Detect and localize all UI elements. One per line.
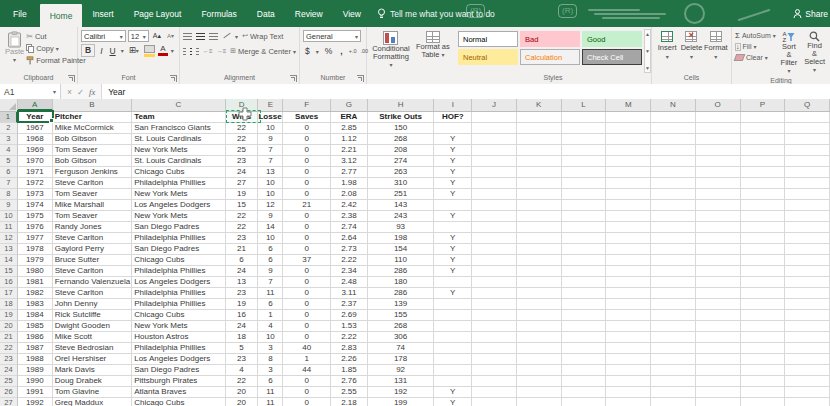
- cell-I11[interactable]: [434, 222, 472, 233]
- cell-I9[interactable]: [434, 200, 472, 211]
- cell-D2[interactable]: 22: [226, 123, 259, 134]
- cell-Q4[interactable]: [785, 145, 830, 156]
- cell-H16[interactable]: 180: [368, 277, 435, 288]
- cell-A5[interactable]: 1970: [18, 156, 53, 167]
- row-header-17[interactable]: 17: [0, 288, 18, 299]
- cell-L25[interactable]: [562, 376, 607, 387]
- cell-O13[interactable]: [696, 244, 741, 255]
- cell-P8[interactable]: [741, 189, 786, 200]
- cell-H12[interactable]: 198: [368, 233, 435, 244]
- column-header-M[interactable]: M: [606, 99, 651, 111]
- cell-J13[interactable]: [472, 244, 517, 255]
- cell-C23[interactable]: Los Angeles Dodgers: [132, 354, 225, 365]
- cell-H9[interactable]: 143: [368, 200, 435, 211]
- cell-N4[interactable]: [651, 145, 696, 156]
- row-header-26[interactable]: 26: [0, 387, 18, 398]
- wrap-text-button[interactable]: ↩ Wrap Text: [242, 30, 283, 42]
- cell-N20[interactable]: [651, 321, 696, 332]
- row-header-6[interactable]: 6: [0, 167, 18, 178]
- cell-C10[interactable]: New York Mets: [132, 211, 225, 222]
- cell-A25[interactable]: 1990: [18, 376, 53, 387]
- cell-F9[interactable]: 21: [283, 200, 331, 211]
- cell-H4[interactable]: 208: [368, 145, 435, 156]
- cell-K9[interactable]: [517, 200, 562, 211]
- cell-Q12[interactable]: [785, 233, 830, 244]
- cell-F12[interactable]: 0: [283, 233, 331, 244]
- paste-button[interactable]: Paste ▾: [3, 30, 26, 73]
- cell-L7[interactable]: [562, 178, 607, 189]
- cell-H18[interactable]: 139: [368, 299, 435, 310]
- row-header-19[interactable]: 19: [0, 310, 18, 321]
- cell-N1[interactable]: [651, 112, 696, 123]
- cell-D14[interactable]: 6: [226, 255, 259, 266]
- cell-D19[interactable]: 16: [226, 310, 259, 321]
- cell-G10[interactable]: 2.38: [331, 211, 368, 222]
- number-dialog-launcher[interactable]: [357, 75, 364, 82]
- column-header-L[interactable]: L: [562, 99, 607, 111]
- align-center-icon[interactable]: [190, 48, 193, 55]
- cell-D16[interactable]: 13: [226, 277, 259, 288]
- cell-A16[interactable]: 1981: [18, 277, 53, 288]
- cell-I1[interactable]: HOF?: [434, 112, 472, 123]
- cell-B18[interactable]: John Denny: [53, 299, 133, 310]
- cell-Q14[interactable]: [785, 255, 830, 266]
- cell-F5[interactable]: 0: [283, 156, 331, 167]
- row-header-10[interactable]: 10: [0, 211, 18, 222]
- cell-Q19[interactable]: [785, 310, 830, 321]
- cell-P9[interactable]: [741, 200, 786, 211]
- cell-L15[interactable]: [562, 266, 607, 277]
- cell-E25[interactable]: 6: [258, 376, 283, 387]
- cell-L6[interactable]: [562, 167, 607, 178]
- cell-H3[interactable]: 268: [368, 134, 435, 145]
- cell-B23[interactable]: Orel Hershiser: [53, 354, 133, 365]
- cut-button[interactable]: ✂ Cut: [26, 30, 86, 42]
- cell-A26[interactable]: 1991: [18, 387, 53, 398]
- cell-D13[interactable]: 21: [226, 244, 259, 255]
- cell-D25[interactable]: 22: [226, 376, 259, 387]
- row-header-27[interactable]: 27: [0, 398, 18, 406]
- cell-I22[interactable]: [434, 343, 472, 354]
- cell-Q11[interactable]: [785, 222, 830, 233]
- cell-J11[interactable]: [472, 222, 517, 233]
- cell-B25[interactable]: Doug Drabek: [53, 376, 133, 387]
- cell-B4[interactable]: Tom Seaver: [53, 145, 133, 156]
- font-dialog-launcher[interactable]: [170, 75, 177, 82]
- select-all-corner[interactable]: [0, 99, 18, 111]
- cell-A9[interactable]: 1974: [18, 200, 53, 211]
- cell-K19[interactable]: [517, 310, 562, 321]
- cell-B9[interactable]: Mike Marshall: [53, 200, 133, 211]
- cell-L2[interactable]: [562, 123, 607, 134]
- cell-K26[interactable]: [517, 387, 562, 398]
- cell-G25[interactable]: 2.76: [331, 376, 368, 387]
- cell-L9[interactable]: [562, 200, 607, 211]
- cell-I6[interactable]: Y: [434, 167, 472, 178]
- cell-I17[interactable]: Y: [434, 288, 472, 299]
- cell-N8[interactable]: [651, 189, 696, 200]
- row-header-9[interactable]: 9: [0, 200, 18, 211]
- cell-Q18[interactable]: [785, 299, 830, 310]
- cell-H2[interactable]: 150: [368, 123, 435, 134]
- cell-J27[interactable]: [472, 398, 517, 406]
- row-header-1[interactable]: 1: [0, 112, 18, 123]
- cell-O18[interactable]: [696, 299, 741, 310]
- cell-D10[interactable]: 22: [226, 211, 259, 222]
- cell-P22[interactable]: [741, 343, 786, 354]
- cell-A17[interactable]: 1982: [18, 288, 53, 299]
- cell-N18[interactable]: [651, 299, 696, 310]
- gallery-down-icon[interactable]: ▼: [645, 48, 650, 54]
- cell-M22[interactable]: [606, 343, 651, 354]
- cell-J22[interactable]: [472, 343, 517, 354]
- cell-A18[interactable]: 1983: [18, 299, 53, 310]
- cell-C11[interactable]: San Diego Padres: [132, 222, 225, 233]
- style-chip-calculation[interactable]: Calculation: [520, 49, 580, 65]
- shrink-font-button[interactable]: A▾: [165, 30, 176, 42]
- cell-M26[interactable]: [606, 387, 651, 398]
- orientation-button[interactable]: [222, 32, 231, 40]
- enter-icon[interactable]: ✓: [77, 87, 84, 97]
- cell-H17[interactable]: 286: [368, 288, 435, 299]
- cell-K4[interactable]: [517, 145, 562, 156]
- cell-D9[interactable]: 15: [226, 200, 259, 211]
- cell-L21[interactable]: [562, 332, 607, 343]
- cell-K6[interactable]: [517, 167, 562, 178]
- cell-C3[interactable]: St. Louis Cardinals: [132, 134, 225, 145]
